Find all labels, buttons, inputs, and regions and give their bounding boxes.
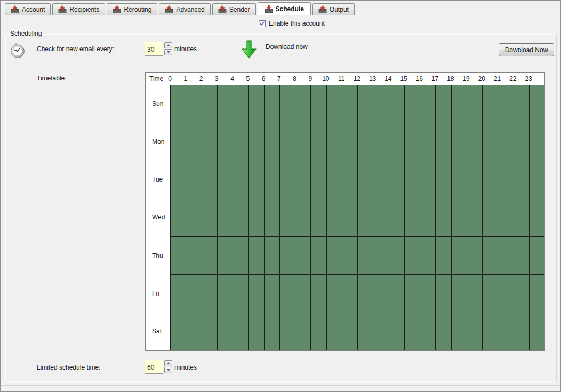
timetable-cell-thu-18[interactable]: [451, 237, 467, 274]
timetable-cell-sun-23[interactable]: [529, 85, 544, 123]
tab-advanced[interactable]: Advanced: [159, 3, 210, 15]
timetable-cell-fri-19[interactable]: [467, 275, 482, 312]
check-interval-spin-down-button[interactable]: [164, 49, 172, 55]
timetable-cell-fri-20[interactable]: [482, 275, 498, 312]
timetable-cell-tue-0[interactable]: [170, 161, 186, 199]
timetable-cell-fri-6[interactable]: [264, 275, 279, 312]
timetable-cell-thu-1[interactable]: [186, 237, 201, 274]
limited-time-spin-up-button[interactable]: [164, 360, 172, 366]
timetable-cell-sun-14[interactable]: [389, 85, 404, 123]
timetable-cell-thu-13[interactable]: [373, 237, 388, 274]
timetable-cell-mon-7[interactable]: [279, 123, 295, 160]
timetable-cell-sun-2[interactable]: [202, 85, 217, 123]
timetable-cell-mon-3[interactable]: [217, 123, 233, 160]
timetable-cell-sat-2[interactable]: [202, 313, 217, 350]
timetable-cell-mon-22[interactable]: [514, 123, 529, 160]
timetable-cell-tue-9[interactable]: [310, 161, 326, 199]
limited-time-spin-down-button[interactable]: [164, 367, 172, 373]
tab-recipients[interactable]: Recipients: [52, 3, 105, 15]
timetable-cell-wed-15[interactable]: [404, 199, 420, 236]
timetable-cell-sun-5[interactable]: [248, 85, 263, 123]
timetable-cell-fri-21[interactable]: [498, 275, 513, 312]
timetable-cell-fri-4[interactable]: [233, 275, 248, 312]
timetable-cell-fri-14[interactable]: [389, 275, 404, 312]
timetable-cell-thu-8[interactable]: [295, 237, 310, 274]
timetable-cell-wed-0[interactable]: [170, 199, 186, 236]
timetable-cell-mon-10[interactable]: [326, 123, 342, 160]
check-interval-input[interactable]: [145, 42, 163, 56]
timetable-cell-fri-16[interactable]: [420, 275, 435, 312]
timetable-cell-sun-7[interactable]: [279, 85, 295, 123]
timetable-cell-mon-2[interactable]: [202, 123, 217, 160]
tab-rerouting[interactable]: Rerouting: [107, 3, 157, 15]
timetable-cell-tue-19[interactable]: [467, 161, 482, 199]
timetable-cell-sat-16[interactable]: [420, 313, 435, 350]
timetable-cell-sat-11[interactable]: [342, 313, 357, 350]
timetable-cell-sat-15[interactable]: [404, 313, 420, 350]
timetable-cell-sat-12[interactable]: [357, 313, 373, 350]
timetable-cell-fri-18[interactable]: [451, 275, 467, 312]
timetable-cell-sun-11[interactable]: [342, 85, 357, 123]
timetable-cell-tue-21[interactable]: [498, 161, 513, 199]
enable-account-row[interactable]: Enable this account: [259, 20, 325, 27]
timetable-cell-mon-20[interactable]: [482, 123, 498, 160]
timetable-cell-wed-4[interactable]: [233, 199, 248, 236]
timetable-cell-thu-10[interactable]: [326, 237, 342, 274]
timetable-cell-tue-1[interactable]: [186, 161, 201, 199]
timetable-cell-tue-18[interactable]: [451, 161, 467, 199]
timetable-cell-tue-2[interactable]: [202, 161, 217, 199]
tab-output[interactable]: Output: [312, 3, 355, 15]
timetable-cell-mon-5[interactable]: [248, 123, 263, 160]
timetable-cell-mon-15[interactable]: [404, 123, 420, 160]
timetable-cell-wed-7[interactable]: [279, 199, 295, 236]
timetable-cell-sat-1[interactable]: [186, 313, 201, 350]
timetable-cell-fri-5[interactable]: [248, 275, 263, 312]
timetable-cell-thu-5[interactable]: [248, 237, 263, 274]
timetable-cell-sun-22[interactable]: [514, 85, 529, 123]
timetable-cell-tue-7[interactable]: [279, 161, 295, 199]
timetable-cell-sat-19[interactable]: [467, 313, 482, 350]
timetable-cell-sat-8[interactable]: [295, 313, 310, 350]
timetable-cell-tue-14[interactable]: [389, 161, 404, 199]
timetable-cell-fri-11[interactable]: [342, 275, 357, 312]
timetable-cell-sat-0[interactable]: [170, 313, 186, 350]
download-now-button[interactable]: Download Now: [499, 43, 554, 56]
timetable-cell-sat-13[interactable]: [373, 313, 388, 350]
timetable-cell-wed-16[interactable]: [420, 199, 435, 236]
timetable-cell-mon-6[interactable]: [264, 123, 279, 160]
timetable-cell-thu-7[interactable]: [279, 237, 295, 274]
timetable-cell-sat-9[interactable]: [310, 313, 326, 350]
timetable-cell-fri-17[interactable]: [435, 275, 451, 312]
timetable-cell-sun-15[interactable]: [404, 85, 420, 123]
timetable-cell-thu-22[interactable]: [514, 237, 529, 274]
timetable-cell-sun-6[interactable]: [264, 85, 279, 123]
timetable-cell-fri-3[interactable]: [217, 275, 233, 312]
timetable-cell-wed-12[interactable]: [357, 199, 373, 236]
timetable-cell-thu-17[interactable]: [435, 237, 451, 274]
timetable-cell-fri-23[interactable]: [529, 275, 544, 312]
timetable-cell-tue-16[interactable]: [420, 161, 435, 199]
timetable-cell-wed-1[interactable]: [186, 199, 201, 236]
timetable-cell-tue-11[interactable]: [342, 161, 357, 199]
timetable-cell-wed-20[interactable]: [482, 199, 498, 236]
timetable-cell-thu-3[interactable]: [217, 237, 233, 274]
timetable-cell-thu-19[interactable]: [467, 237, 482, 274]
timetable-cell-wed-17[interactable]: [435, 199, 451, 236]
timetable-cell-thu-9[interactable]: [310, 237, 326, 274]
timetable-cell-thu-0[interactable]: [170, 237, 186, 274]
timetable-cell-sun-0[interactable]: [170, 85, 186, 123]
timetable-cell-thu-15[interactable]: [404, 237, 420, 274]
timetable-cell-wed-23[interactable]: [529, 199, 544, 236]
timetable-cell-sun-13[interactable]: [373, 85, 388, 123]
timetable-cell-mon-23[interactable]: [529, 123, 544, 160]
timetable-cell-fri-10[interactable]: [326, 275, 342, 312]
tab-schedule[interactable]: Schedule: [258, 2, 311, 15]
timetable-cell-wed-18[interactable]: [451, 199, 467, 236]
timetable-cell-sun-19[interactable]: [467, 85, 482, 123]
timetable-cell-wed-6[interactable]: [264, 199, 279, 236]
timetable-cell-thu-23[interactable]: [529, 237, 544, 274]
timetable-cell-sun-16[interactable]: [420, 85, 435, 123]
timetable-cell-tue-4[interactable]: [233, 161, 248, 199]
timetable-cell-tue-23[interactable]: [529, 161, 544, 199]
tab-sender[interactable]: Sender: [212, 3, 256, 15]
